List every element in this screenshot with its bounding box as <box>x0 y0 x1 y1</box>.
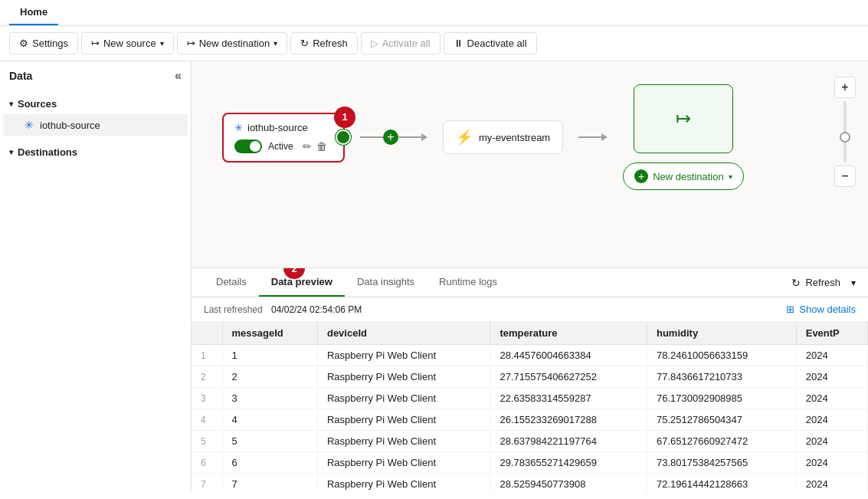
table-row: 11Raspberry Pi Web Client28.445760046633… <box>192 345 868 366</box>
tab-data-insights[interactable]: Data insights <box>345 268 427 297</box>
table-body: 11Raspberry Pi Web Client28.445760046633… <box>192 345 868 492</box>
connection-dot <box>336 130 351 145</box>
data-toolbar: Last refreshed 04/02/24 02:54:06 PM ⊞ Sh… <box>192 297 868 322</box>
zoom-out-button[interactable]: − <box>834 166 856 187</box>
table-cell: 2024 <box>796 388 867 409</box>
arrow-connector-2 <box>578 133 608 141</box>
delete-source-button[interactable]: 🗑 <box>316 140 327 153</box>
callout-1: 1 <box>334 107 355 128</box>
col-header-eventp[interactable]: EventP <box>796 322 867 345</box>
sidebar-sources-header[interactable]: ▾ Sources <box>0 94 191 114</box>
edit-source-button[interactable]: ✏ <box>303 140 312 153</box>
source-status-row: Active ✏ 🗑 <box>234 140 332 153</box>
new-source-chevron: ▾ <box>160 39 164 48</box>
add-connector-button[interactable]: + <box>383 130 398 145</box>
sidebar-collapse-button[interactable]: « <box>175 69 182 83</box>
data-table-wrapper: messageId deviceId temperature humidity … <box>192 322 868 491</box>
source-node-wrapper: ✳ iothub-source Active ✏ 🗑 <box>222 113 345 163</box>
show-details-icon: ⊞ <box>786 304 794 315</box>
sidebar: Data « ▾ Sources ✳ iothub-source ▾ Desti… <box>0 61 192 491</box>
row-number: 4 <box>192 409 222 431</box>
settings-button[interactable]: ⚙ Settings <box>9 32 78 54</box>
table-cell: 1 <box>222 345 317 366</box>
table-cell: 2024 <box>796 474 867 492</box>
new-source-label: New source <box>103 38 156 49</box>
col-header-deviceId[interactable]: deviceId <box>317 322 490 345</box>
table-cell: Raspberry Pi Web Client <box>317 431 490 452</box>
table-cell: 2024 <box>796 345 867 366</box>
new-dest-chevron-icon: ▾ <box>729 172 732 181</box>
table-cell: Raspberry Pi Web Client <box>317 345 490 366</box>
show-details-label: Show details <box>799 304 856 315</box>
table-row: 33Raspberry Pi Web Client22.635833145592… <box>192 388 868 409</box>
new-source-button[interactable]: ↦ New source ▾ <box>81 32 174 54</box>
eventstream-icon: ⚡ <box>456 129 473 146</box>
table-cell: 67.65127660927472 <box>647 431 796 452</box>
table-cell: 4 <box>222 409 317 431</box>
col-header-row-num <box>192 322 222 345</box>
zoom-in-button[interactable]: + <box>834 77 856 98</box>
active-toggle[interactable] <box>234 140 262 153</box>
new-destination-label: New destination <box>199 38 270 49</box>
table-cell: 72.19614442128663 <box>647 474 796 492</box>
new-source-icon: ↦ <box>91 38 100 49</box>
source-node-name: iothub-source <box>247 122 308 133</box>
new-destination-button[interactable]: ↦ New destination ▾ <box>177 32 288 54</box>
table-row: 55Raspberry Pi Web Client28.637984221197… <box>192 431 868 452</box>
new-destination-canvas-button[interactable]: + New destination ▾ <box>623 163 744 190</box>
table-cell: 76.1730092908985 <box>647 388 796 409</box>
col-header-humidity[interactable]: humidity <box>647 322 796 345</box>
table-row: 22Raspberry Pi Web Client27.715575406627… <box>192 366 868 388</box>
row-number: 6 <box>192 452 222 474</box>
table-cell: 22.63583314559287 <box>490 388 647 409</box>
table-cell: Raspberry Pi Web Client <box>317 452 490 474</box>
col-header-temperature[interactable]: temperature <box>490 322 647 345</box>
eventstream-node[interactable]: ⚡ my-eventstream <box>443 120 563 154</box>
refresh-icon: ↻ <box>300 38 309 49</box>
panel-expand-icon[interactable]: ▾ <box>851 277 856 288</box>
table-cell: Raspberry Pi Web Client <box>317 474 490 492</box>
source-node-title: ✳ iothub-source <box>234 122 332 133</box>
main-layout: Data « ▾ Sources ✳ iothub-source ▾ Desti… <box>0 61 868 491</box>
sidebar-destinations-header[interactable]: ▾ Destinations <box>0 142 191 163</box>
table-row: 77Raspberry Pi Web Client28.525945077390… <box>192 474 868 492</box>
data-table: messageId deviceId temperature humidity … <box>192 322 868 491</box>
destination-area: ↦ + New destination ▾ <box>623 84 744 190</box>
destination-node: ↦ <box>634 84 733 153</box>
zoom-controls: + − <box>834 77 856 187</box>
table-cell: 28.5259450773908 <box>490 474 647 492</box>
table-cell: 5 <box>222 431 317 452</box>
last-refreshed-label: Last refreshed <box>204 304 263 315</box>
content-area: ✳ iothub-source Active ✏ 🗑 <box>192 61 868 491</box>
table-cell: 2024 <box>796 431 867 452</box>
new-destination-chevron: ▾ <box>274 39 277 48</box>
arrow-line-1 <box>360 136 383 138</box>
table-cell: 2024 <box>796 366 867 388</box>
show-details-button[interactable]: ⊞ Show details <box>786 304 856 315</box>
col-header-messageId[interactable]: messageId <box>222 322 317 345</box>
panel-refresh-button[interactable]: ↻ Refresh ▾ <box>791 277 856 289</box>
refresh-label: Refresh <box>313 38 348 49</box>
source-node: ✳ iothub-source Active ✏ 🗑 <box>222 113 345 163</box>
new-dest-plus-icon: + <box>634 169 648 183</box>
tab-home[interactable]: Home <box>9 0 58 25</box>
zoom-slider-track <box>843 101 847 163</box>
source-node-icon: ✳ <box>25 119 34 131</box>
refresh-button[interactable]: ↻ Refresh <box>290 32 358 54</box>
tab-runtime-logs[interactable]: Runtime logs <box>427 268 509 297</box>
zoom-slider-thumb[interactable] <box>840 132 850 143</box>
active-label: Active <box>268 141 293 152</box>
sidebar-title: Data <box>9 70 32 82</box>
table-cell: 7 <box>222 474 317 492</box>
table-cell: Raspberry Pi Web Client <box>317 409 490 431</box>
sidebar-item-iothub-source[interactable]: ✳ iothub-source <box>3 114 188 136</box>
activate-all-button[interactable]: ▷ Activate all <box>361 32 441 54</box>
node-actions: ✏ 🗑 <box>303 140 327 153</box>
panel-refresh-label: Refresh <box>805 277 840 288</box>
table-cell: 28.637984221197764 <box>490 431 647 452</box>
new-destination-icon: ↦ <box>187 38 195 49</box>
deactivate-all-button[interactable]: ⏸ Deactivate all <box>444 32 537 54</box>
tab-details[interactable]: Details <box>204 268 259 297</box>
destinations-chevron-icon: ▾ <box>9 148 13 156</box>
arrow-line-2 <box>398 136 421 138</box>
